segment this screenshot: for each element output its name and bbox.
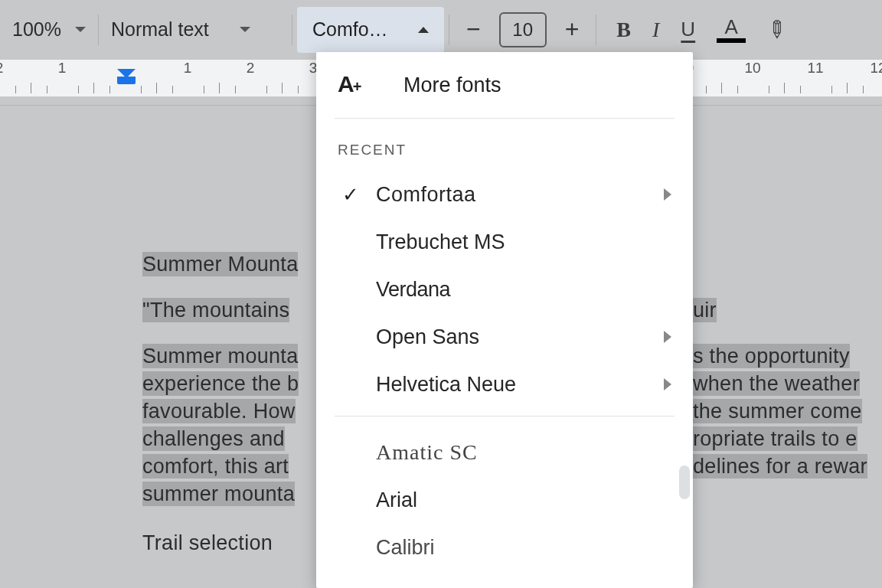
ruler-tick: [78, 86, 79, 93]
text-color-a-icon: A: [724, 17, 737, 37]
ruler-tick: [863, 86, 864, 93]
selected-text: summer mounta: [142, 482, 295, 506]
format-group: B I U A ✎: [601, 10, 794, 50]
font-dropdown-panel: A+ More fonts RECENT ✓ComfortaaTrebuchet…: [316, 52, 693, 588]
italic-button[interactable]: I: [652, 18, 659, 42]
font-item-label: Amatic SC: [365, 440, 671, 465]
font-item-label: Verdana: [365, 278, 671, 302]
separator: [292, 15, 292, 45]
ruler-tick: [31, 83, 31, 93]
text-color-button[interactable]: A: [717, 17, 746, 43]
font-item-comfortaa[interactable]: ✓Comfortaa: [316, 171, 693, 218]
increase-font-button[interactable]: +: [560, 15, 584, 44]
underline-button[interactable]: U: [681, 18, 695, 41]
ruler-tick: [831, 86, 832, 93]
indent-marker[interactable]: [117, 69, 136, 84]
selected-text: when the weather: [693, 371, 860, 396]
ruler-tick: [298, 86, 299, 93]
chevron-down-icon: [75, 27, 86, 32]
ruler-number: 2: [247, 60, 255, 77]
check-icon: ✓: [336, 183, 365, 207]
ruler-number: 1: [58, 60, 67, 77]
font-item-amatic-sc[interactable]: Amatic SC: [316, 429, 693, 476]
ruler-tick: [172, 86, 173, 93]
ruler-number: 10: [744, 60, 760, 77]
ruler-number: 12: [870, 60, 882, 77]
ruler-tick: [204, 86, 204, 93]
more-fonts-label: More fonts: [403, 74, 501, 97]
font-item-label: Comfortaa: [365, 183, 664, 207]
chevron-up-icon: [418, 27, 429, 33]
ruler-tick: [109, 86, 110, 93]
recent-section-label: RECENT: [316, 119, 693, 171]
scrollbar-thumb[interactable]: [679, 466, 690, 499]
ruler-tick: [15, 86, 16, 93]
selected-text: comfort, this art: [142, 454, 289, 479]
ruler-tick: [47, 86, 47, 93]
ruler-tick: [266, 86, 267, 93]
ruler-tick: [784, 83, 785, 93]
submenu-arrow-icon: [664, 331, 671, 343]
font-item-label: Calibri: [365, 536, 671, 560]
ruler-tick: [800, 86, 801, 93]
submenu-arrow-icon: [664, 188, 671, 201]
font-item-helvetica-neue[interactable]: Helvetica Neue: [316, 361, 693, 408]
bold-button[interactable]: B: [616, 18, 631, 42]
font-item-label: Trebuchet MS: [365, 230, 671, 254]
body-text: Trail selection: [142, 530, 273, 557]
ruler-tick: [93, 83, 94, 93]
font-item-verdana[interactable]: Verdana: [316, 266, 693, 313]
selected-text: s the opportunity: [693, 344, 850, 368]
ruler-tick: [282, 83, 283, 93]
selected-text: challenges and: [142, 426, 285, 451]
selected-text: Summer Mounta: [142, 252, 298, 276]
font-item-open-sans[interactable]: Open Sans: [316, 313, 693, 361]
ruler-number: 11: [807, 60, 823, 77]
font-item-label: Arial: [365, 488, 671, 512]
more-fonts-icon: A+: [338, 71, 370, 99]
selected-text: uir: [693, 298, 717, 322]
ruler-tick: [847, 83, 848, 93]
zoom-dropdown[interactable]: 100%: [8, 10, 93, 50]
font-item-label: Helvetica Neue: [365, 373, 664, 397]
ruler-tick: [141, 86, 142, 93]
decrease-font-button[interactable]: −: [462, 15, 485, 44]
font-item-calibri[interactable]: Calibri: [316, 524, 693, 571]
selected-text: favourable. How: [142, 399, 296, 423]
styles-label: Normal text: [111, 18, 209, 41]
ruler-tick: [769, 86, 769, 93]
ruler-tick: [235, 86, 236, 93]
selected-text: delines for a rewar: [693, 454, 867, 479]
selected-text: Summer mounta: [142, 344, 298, 368]
font-size-input[interactable]: 10: [499, 12, 547, 47]
font-name: Comfo…: [312, 18, 388, 41]
selected-text: experience the b: [142, 371, 299, 396]
selected-text: ropriate trails to e: [693, 426, 858, 451]
ruler-number: 1: [184, 60, 192, 77]
ruler-tick: [706, 86, 707, 93]
ruler-tick: [156, 83, 157, 93]
submenu-arrow-icon: [664, 378, 671, 390]
ruler-number: 2: [0, 60, 3, 77]
font-size-value: 10: [512, 19, 533, 41]
more-fonts-item[interactable]: A+ More fonts: [316, 52, 693, 118]
zoom-value: 100%: [12, 18, 61, 41]
ruler-tick: [721, 83, 722, 93]
ruler-tick: [737, 86, 738, 93]
font-item-label: Open Sans: [365, 325, 664, 349]
styles-dropdown[interactable]: Normal text: [103, 10, 287, 50]
chevron-down-icon: [240, 27, 250, 32]
font-size-group: − 10 +: [454, 10, 591, 50]
ruler-tick: [219, 83, 220, 93]
toolbar: 100% Normal text Comfo… − 10 + B I U A ✎: [0, 0, 882, 60]
selected-text: "The mountains: [142, 298, 289, 322]
font-dropdown[interactable]: Comfo…: [297, 7, 444, 53]
separator: [449, 15, 449, 45]
selected-text: the summer come: [693, 399, 862, 423]
font-item-arial[interactable]: Arial: [316, 476, 693, 524]
separator: [596, 15, 596, 45]
font-item-trebuchet-ms[interactable]: Trebuchet MS: [316, 218, 693, 266]
text-color-bar-icon: [717, 38, 746, 43]
separator: [98, 15, 99, 45]
highlight-button[interactable]: ✎: [760, 13, 792, 45]
